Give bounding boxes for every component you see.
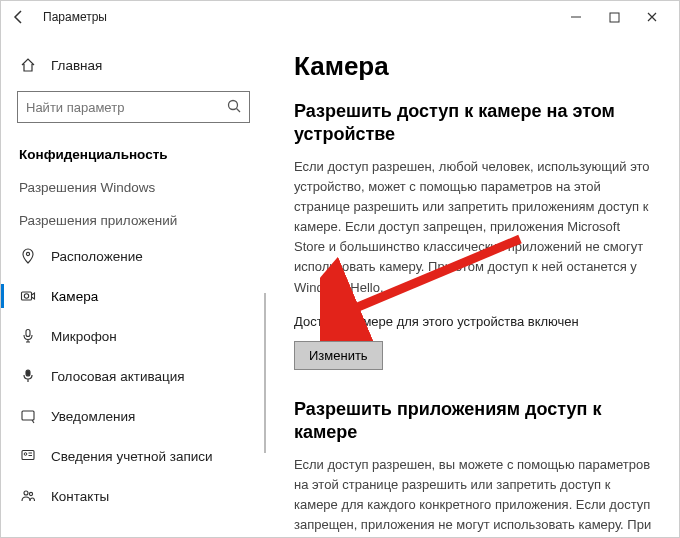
svg-line-3 <box>237 109 241 113</box>
arrow-left-icon <box>11 9 27 25</box>
minimize-button[interactable] <box>557 3 595 31</box>
sidebar-item-label: Микрофон <box>51 329 117 344</box>
sidebar-item-label: Расположение <box>51 249 143 264</box>
close-button[interactable] <box>633 3 671 31</box>
sidebar-item-voice[interactable]: Голосовая активация <box>1 356 266 396</box>
sidebar-item-label: Главная <box>51 58 102 73</box>
sidebar-item-label: Контакты <box>51 489 109 504</box>
sidebar-group-apps: Разрешения приложений <box>1 203 266 236</box>
svg-point-2 <box>229 101 238 110</box>
location-icon <box>19 247 37 265</box>
svg-point-15 <box>29 492 32 495</box>
sidebar-item-account[interactable]: Сведения учетной записи <box>1 436 266 476</box>
svg-rect-8 <box>26 370 30 376</box>
page-title: Камера <box>294 51 653 82</box>
section-body-app-access: Если доступ разрешен, вы можете с помощь… <box>294 455 653 537</box>
sidebar: Главная Конфиденциальность Разрешения Wi… <box>1 33 266 537</box>
voice-icon <box>19 367 37 385</box>
sidebar-group-windows: Разрешения Windows <box>1 170 266 203</box>
account-icon <box>19 447 37 465</box>
sidebar-category: Конфиденциальность <box>1 137 266 170</box>
camera-access-status: Доступ к камере для этого устройства вкл… <box>294 314 653 329</box>
sidebar-home[interactable]: Главная <box>1 45 266 85</box>
svg-point-14 <box>24 491 28 495</box>
search-input[interactable] <box>17 91 250 123</box>
sidebar-item-location[interactable]: Расположение <box>1 236 266 276</box>
contacts-icon <box>19 487 37 505</box>
sidebar-item-camera[interactable]: Камера <box>1 276 266 316</box>
search-box[interactable] <box>17 91 250 123</box>
camera-icon <box>19 287 37 305</box>
section-body-device-access: Если доступ разрешен, любой человек, исп… <box>294 157 653 298</box>
svg-point-4 <box>26 252 29 255</box>
sidebar-item-label: Камера <box>51 289 98 304</box>
sidebar-item-label: Голосовая активация <box>51 369 185 384</box>
section-heading-device-access: Разрешить доступ к камере на этом устрой… <box>294 100 653 147</box>
notifications-icon <box>19 407 37 425</box>
microphone-icon <box>19 327 37 345</box>
sidebar-item-label: Сведения учетной записи <box>51 449 213 464</box>
change-button[interactable]: Изменить <box>294 341 383 370</box>
sidebar-item-microphone[interactable]: Микрофон <box>1 316 266 356</box>
svg-rect-10 <box>22 451 34 460</box>
svg-rect-5 <box>22 292 32 300</box>
svg-rect-1 <box>610 13 619 22</box>
home-icon <box>19 56 37 74</box>
maximize-button[interactable] <box>595 3 633 31</box>
svg-rect-7 <box>26 330 30 337</box>
svg-rect-9 <box>22 411 34 420</box>
window-title: Параметры <box>43 10 107 24</box>
svg-point-11 <box>24 453 27 456</box>
content-pane: Камера Разрешить доступ к камере на этом… <box>266 33 679 537</box>
sidebar-item-contacts[interactable]: Контакты <box>1 476 266 516</box>
section-heading-app-access: Разрешить приложениям доступ к камере <box>294 398 653 445</box>
titlebar: Параметры <box>1 1 679 33</box>
back-button[interactable] <box>9 7 29 27</box>
sidebar-item-label: Уведомления <box>51 409 135 424</box>
svg-point-6 <box>24 294 28 298</box>
sidebar-item-notifications[interactable]: Уведомления <box>1 396 266 436</box>
search-icon <box>226 98 242 114</box>
